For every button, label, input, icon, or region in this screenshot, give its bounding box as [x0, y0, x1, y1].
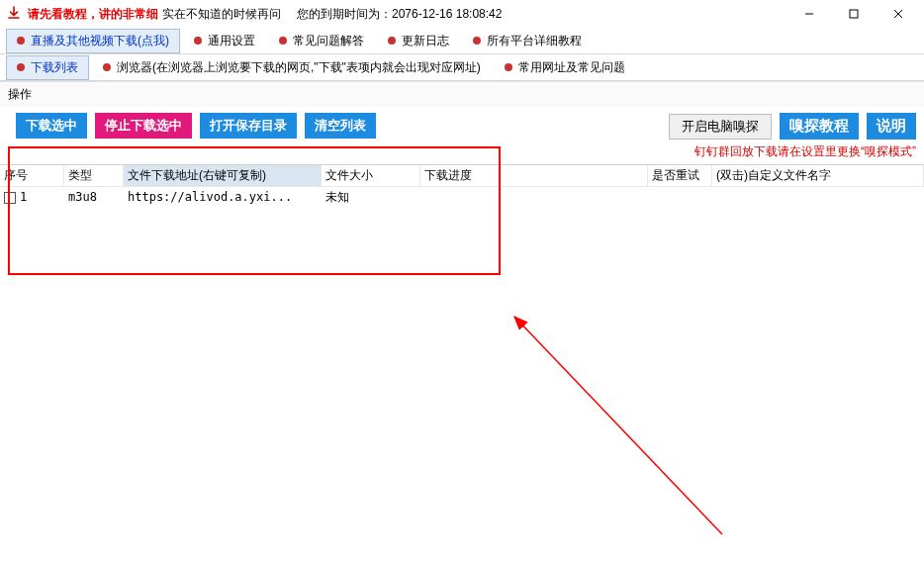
tab-changelog[interactable]: 更新日志	[378, 30, 459, 52]
dot-icon	[17, 37, 25, 45]
row-checkbox[interactable]	[4, 192, 16, 204]
app-icon	[6, 6, 22, 22]
th-idx[interactable]: 序号	[0, 165, 64, 187]
cell-size: 未知	[322, 189, 420, 206]
window-controls	[786, 0, 920, 28]
tab-general-settings[interactable]: 通用设置	[184, 30, 265, 52]
cell-idx: 1	[0, 190, 64, 204]
dot-icon	[505, 63, 512, 71]
stop-selected-button[interactable]: 停止下载选中	[95, 113, 192, 139]
dot-icon	[473, 37, 481, 45]
svg-rect-0	[850, 10, 858, 18]
tab-label: 所有平台详细教程	[487, 33, 582, 49]
sniffer-mode-tip: 钉钉群回放下载请在设置里更换“嗅探模式”	[694, 143, 916, 160]
th-rename[interactable]: (双击)自定义文件名字	[712, 165, 924, 187]
dot-icon	[279, 37, 287, 45]
cell-url: https://alivod.a.yxi...	[124, 190, 322, 204]
tab-label: 通用设置	[208, 33, 255, 49]
tab-label: 浏览器(在浏览器上浏览要下载的网页,"下载"表项内就会出现对应网址)	[117, 59, 481, 76]
open-save-dir-button[interactable]: 打开保存目录	[200, 113, 297, 139]
cell-type: m3u8	[64, 190, 124, 204]
title-red-text: 请先看教程，讲的非常细	[28, 6, 158, 23]
th-retry[interactable]: 是否重试	[648, 165, 712, 187]
download-table: 序号 类型 文件下载地址(右键可复制) 文件大小 下载进度 是否重试 (双击)自…	[0, 164, 924, 207]
sniffer-tutorial-button[interactable]: 嗅探教程	[780, 113, 859, 140]
expire-label: 您的到期时间为：	[297, 6, 392, 23]
instructions-button[interactable]: 说明	[867, 113, 916, 140]
th-type[interactable]: 类型	[64, 165, 124, 187]
idx-value: 1	[20, 190, 27, 204]
main-tabs: 直播及其他视频下载(点我) 通用设置 常见问题解答 更新日志 所有平台详细教程	[0, 28, 924, 53]
clear-list-button[interactable]: 清空列表	[305, 113, 376, 139]
tab-live-download[interactable]: 直播及其他视频下载(点我)	[6, 29, 180, 53]
tab-faq[interactable]: 常见问题解答	[269, 30, 374, 52]
subtab-download-list[interactable]: 下载列表	[6, 55, 89, 80]
dot-icon	[17, 63, 25, 71]
expire-value: 2076-12-16 18:08:42	[392, 7, 502, 21]
close-button[interactable]	[876, 0, 920, 28]
subtab-common-urls[interactable]: 常用网址及常见问题	[495, 56, 635, 79]
tab-label: 常见问题解答	[293, 33, 364, 49]
th-size[interactable]: 文件大小	[322, 165, 420, 187]
table-row[interactable]: 1 m3u8 https://alivod.a.yxi... 未知	[0, 187, 924, 207]
table-header-row: 序号 类型 文件下载地址(右键可复制) 文件大小 下载进度 是否重试 (双击)自…	[0, 165, 924, 187]
titlebar: 请先看教程，讲的非常细 实在不知道的时候再问 您的到期时间为： 2076-12-…	[0, 0, 924, 28]
th-url[interactable]: 文件下载地址(右键可复制)	[124, 165, 322, 187]
tab-all-tutorials[interactable]: 所有平台详细教程	[463, 30, 592, 52]
tab-label: 更新日志	[402, 33, 449, 49]
title-black-text: 实在不知道的时候再问	[162, 6, 281, 23]
dot-icon	[388, 37, 396, 45]
download-selected-button[interactable]: 下载选中	[16, 113, 87, 139]
maximize-button[interactable]	[831, 0, 876, 28]
minimize-button[interactable]	[786, 0, 831, 28]
section-header: 操作	[0, 81, 924, 107]
tab-label: 直播及其他视频下载(点我)	[31, 33, 169, 49]
sub-tabs: 下载列表 浏览器(在浏览器上浏览要下载的网页,"下载"表项内就会出现对应网址) …	[0, 53, 924, 81]
enable-sniffer-button[interactable]: 开启电脑嗅探	[669, 114, 772, 140]
subtab-browser[interactable]: 浏览器(在浏览器上浏览要下载的网页,"下载"表项内就会出现对应网址)	[93, 56, 491, 79]
action-row: 下载选中 停止下载选中 打开保存目录 清空列表 开启电脑嗅探 嗅探教程 说明 钉…	[0, 107, 924, 164]
tab-label: 下载列表	[31, 59, 78, 76]
dot-icon	[194, 37, 202, 45]
tab-label: 常用网址及常见问题	[518, 59, 625, 76]
svg-line-2	[514, 317, 722, 534]
th-progress[interactable]: 下载进度	[420, 165, 648, 187]
dot-icon	[103, 63, 111, 71]
